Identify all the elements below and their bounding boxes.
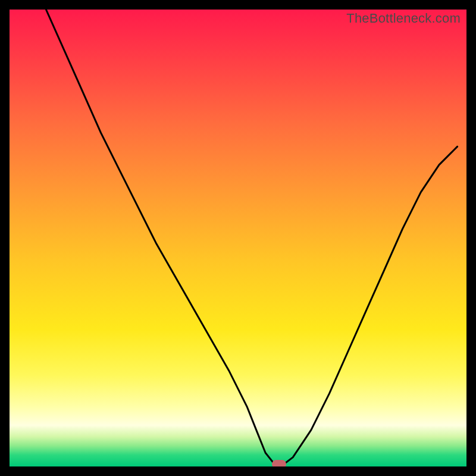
curve-layer: [10, 10, 466, 466]
chart-frame: { "watermark": "TheBottleneck.com", "col…: [0, 0, 476, 476]
plot-area: TheBottleneck.com: [10, 10, 466, 466]
bottleneck-curve: [46, 10, 457, 464]
bottleneck-marker: [272, 460, 286, 466]
